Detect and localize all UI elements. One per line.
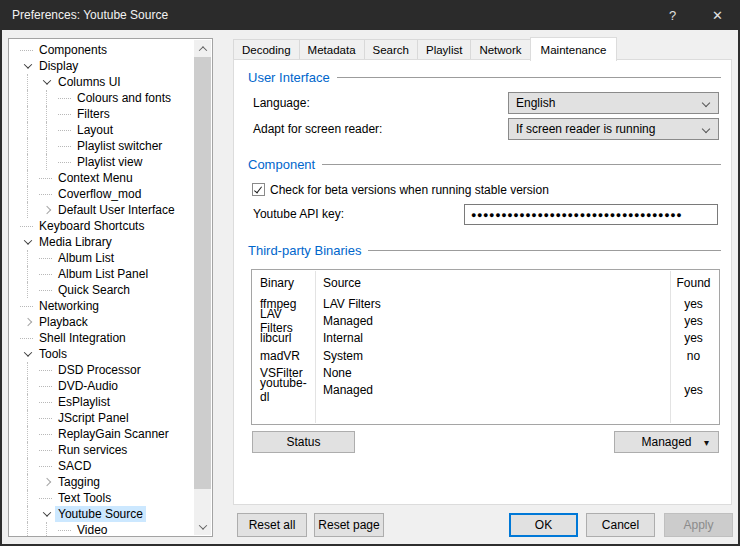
tree-scrollbar[interactable] xyxy=(194,40,211,535)
tree-item-layout[interactable]: Layout xyxy=(9,122,212,138)
preferences-tree: Components Display Columns UI Colours an… xyxy=(8,38,213,537)
close-icon: ✕ xyxy=(712,8,723,23)
tab-metadata[interactable]: Metadata xyxy=(299,39,365,60)
cell-found: yes xyxy=(668,331,719,345)
tree-item-label: Shell Integration xyxy=(36,330,129,346)
tab-search[interactable]: Search xyxy=(364,39,418,60)
chevron-down-icon[interactable] xyxy=(19,234,36,250)
beta-versions-checkbox[interactable] xyxy=(252,183,265,196)
tree-item-label-selected: Youtube Source xyxy=(55,506,146,522)
tree-item-tools[interactable]: Tools xyxy=(9,346,212,362)
section-user-interface: User Interface xyxy=(248,69,721,86)
tree-item-keyboard-shortcuts[interactable]: Keyboard Shortcuts xyxy=(9,218,212,234)
api-key-field[interactable]: ●●●●●●●●●●●●●●●●●●●●●●●●●●●●●●●●●●● xyxy=(464,204,718,225)
table-row[interactable]: madVR System no xyxy=(252,347,719,364)
api-key-masked-value: ●●●●●●●●●●●●●●●●●●●●●●●●●●●●●●●●●●● xyxy=(471,210,682,220)
tree-item-dvd-audio[interactable]: DVD-Audio xyxy=(9,378,212,394)
tree-item-label: Tagging xyxy=(55,474,103,490)
tree-connector xyxy=(38,410,55,426)
section-title: Third-party Binaries xyxy=(248,243,361,258)
tree-item-tagging[interactable]: Tagging xyxy=(9,474,212,490)
source-dropdown-button[interactable]: Managed ▾ xyxy=(614,431,719,453)
tree-item-esplaylist[interactable]: EsPlaylist xyxy=(9,394,212,410)
tree-item-run-services[interactable]: Run services xyxy=(9,442,212,458)
chevron-right-icon[interactable] xyxy=(38,474,55,490)
tree-item-playback[interactable]: Playback xyxy=(9,314,212,330)
chevron-right-icon[interactable] xyxy=(38,202,55,218)
chevron-down-icon[interactable] xyxy=(38,506,55,522)
table-row[interactable]: VSFilter None xyxy=(252,364,719,381)
chevron-down-icon[interactable] xyxy=(19,346,36,362)
tree-item-playlist-switcher[interactable]: Playlist switcher xyxy=(9,138,212,154)
table-header[interactable]: Binary Source Found xyxy=(252,273,719,293)
tree-item-label: Tools xyxy=(36,346,70,362)
close-button[interactable]: ✕ xyxy=(695,0,740,30)
cell-source: Managed xyxy=(315,314,668,328)
tree-item-context-menu[interactable]: Context Menu xyxy=(9,170,212,186)
titlebar: Preferences: Youtube Source ? ✕ xyxy=(0,0,740,30)
cancel-button[interactable]: Cancel xyxy=(586,513,655,537)
cell-found: yes xyxy=(668,297,719,311)
tree-item-colours-and-fonts[interactable]: Colours and fonts xyxy=(9,90,212,106)
column-header-found[interactable]: Found xyxy=(668,276,719,290)
status-button[interactable]: Status xyxy=(252,431,355,453)
language-value: English xyxy=(516,96,555,110)
table-row[interactable]: libcurl Internal yes xyxy=(252,330,719,347)
tree-connector xyxy=(19,218,36,234)
table-row[interactable]: LAV Filters Managed yes xyxy=(252,312,719,329)
tree-item-label: Quick Search xyxy=(55,282,133,298)
tree-item-label: Networking xyxy=(36,298,102,314)
reset-all-button[interactable]: Reset all xyxy=(237,513,307,537)
tree-item-sacd[interactable]: SACD xyxy=(9,458,212,474)
table-row[interactable]: ffmpeg LAV Filters yes xyxy=(252,295,719,312)
tree-item-label: Text Tools xyxy=(55,490,114,506)
column-header-source[interactable]: Source xyxy=(315,276,668,290)
tree-item-label: Playlist switcher xyxy=(74,138,165,154)
chevron-down-icon[interactable] xyxy=(19,58,36,74)
tree-item-label: Default User Interface xyxy=(55,202,178,218)
tree-item-youtube-source[interactable]: Youtube Source xyxy=(9,506,212,522)
tree-item-media-library[interactable]: Media Library xyxy=(9,234,212,250)
column-header-binary[interactable]: Binary xyxy=(252,276,315,290)
tree-connector xyxy=(38,170,55,186)
tree-connector xyxy=(38,426,55,442)
api-key-label: Youtube API key: xyxy=(253,207,344,221)
tree-item-columns-ui[interactable]: Columns UI xyxy=(9,74,212,90)
language-select[interactable]: English xyxy=(508,92,719,114)
tab-decoding[interactable]: Decoding xyxy=(233,39,300,60)
maintenance-panel: User Interface Language: English Adapt f… xyxy=(233,59,732,505)
chevron-right-icon[interactable] xyxy=(19,314,36,330)
tree-connector xyxy=(38,186,55,202)
tree-item-replaygain-scanner[interactable]: ReplayGain Scanner xyxy=(9,426,212,442)
tree-item-dsd-processor[interactable]: DSD Processor xyxy=(9,362,212,378)
chevron-down-icon[interactable] xyxy=(38,74,55,90)
tree-item-video[interactable]: Video xyxy=(9,522,212,537)
tree-item-album-list-panel[interactable]: Album List Panel xyxy=(9,266,212,282)
tree-item-coverflow-mod[interactable]: Coverflow_mod xyxy=(9,186,212,202)
tree-item-display[interactable]: Display xyxy=(9,58,212,74)
tab-maintenance[interactable]: Maintenance xyxy=(530,37,618,61)
table-row[interactable]: youtube-dl Managed yes xyxy=(252,381,719,398)
tree-item-quick-search[interactable]: Quick Search xyxy=(9,282,212,298)
ok-button[interactable]: OK xyxy=(509,513,578,537)
tree-item-components[interactable]: Components xyxy=(9,42,212,58)
screen-reader-select[interactable]: If screen reader is running xyxy=(508,118,719,140)
reset-page-button[interactable]: Reset page xyxy=(314,513,384,537)
tree-item-filters[interactable]: Filters xyxy=(9,106,212,122)
tree-item-shell-integration[interactable]: Shell Integration xyxy=(9,330,212,346)
tree-item-jscript-panel[interactable]: JScript Panel xyxy=(9,410,212,426)
tree-item-text-tools[interactable]: Text Tools xyxy=(9,490,212,506)
scroll-down-icon[interactable] xyxy=(194,518,211,535)
checkmark-icon xyxy=(254,185,262,194)
tree-item-playlist-view[interactable]: Playlist view xyxy=(9,154,212,170)
tab-network[interactable]: Network xyxy=(470,39,530,60)
scroll-up-icon[interactable] xyxy=(194,40,211,57)
tree-item-default-user-interface[interactable]: Default User Interface xyxy=(9,202,212,218)
tree-item-label: Display xyxy=(36,58,81,74)
help-button[interactable]: ? xyxy=(650,0,695,30)
tree-item-networking[interactable]: Networking xyxy=(9,298,212,314)
scrollbar-thumb[interactable] xyxy=(194,57,211,489)
tree-item-label: DVD-Audio xyxy=(55,378,121,394)
tab-playlist[interactable]: Playlist xyxy=(417,39,471,60)
tree-item-album-list[interactable]: Album List xyxy=(9,250,212,266)
